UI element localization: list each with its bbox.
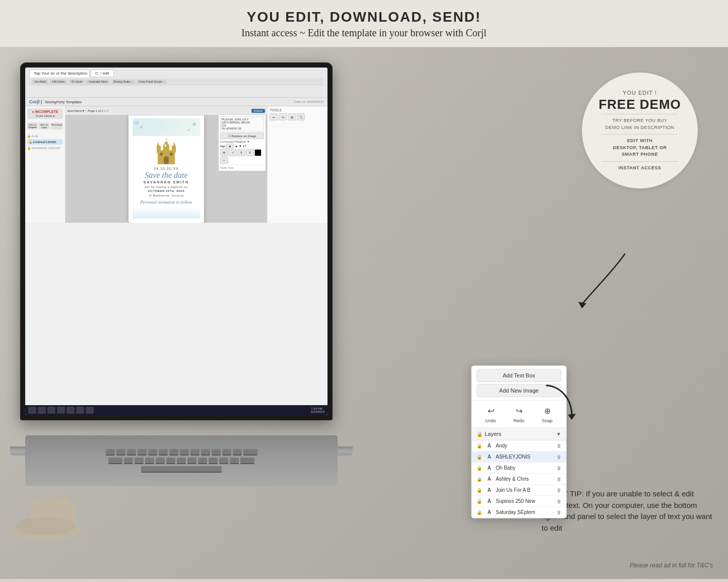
- spacing-btn[interactable]: ↔: [220, 157, 228, 164]
- layer-delete-icon[interactable]: 🗑: [557, 466, 561, 471]
- castle-icon: [154, 138, 179, 165]
- svg-rect-13: [170, 153, 173, 156]
- redo-tool[interactable]: ↪ Redo: [513, 405, 525, 423]
- key-row-3: [141, 466, 222, 473]
- layer-item-ashley-chris[interactable]: 🔒 A Ashley & Chris 🗑: [472, 474, 566, 485]
- bookmark-3[interactable]: Yt: local: [69, 80, 84, 84]
- height-input[interactable]: ■: [226, 144, 234, 149]
- layer-item-ohbaby[interactable]: 🔒 A Oh Baby 🗑: [472, 463, 566, 474]
- layer-delete-icon[interactable]: 🗑: [557, 477, 561, 482]
- online-btn[interactable]: Online: [251, 109, 265, 113]
- inv-date: 24.10.20.XX: [133, 167, 200, 170]
- layer-lock-icon: 🔒: [477, 477, 483, 482]
- arrow-to-panel: [542, 380, 582, 423]
- bookmarks-bar: Hu-Rubi HR Hubs Yt: local Australia Now …: [29, 79, 323, 85]
- key: [135, 458, 144, 464]
- key: [145, 458, 154, 464]
- layer-delete-icon[interactable]: 🗑: [557, 510, 561, 515]
- snap-btn-small[interactable]: ⊕: [288, 113, 296, 120]
- layer-type-a: A: [486, 476, 493, 482]
- layers-chevron-icon[interactable]: ▼: [556, 431, 561, 437]
- italic-btn[interactable]: I: [229, 149, 237, 156]
- layer-delete-icon[interactable]: 🗑: [557, 488, 561, 493]
- taskbar-icon-3[interactable]: [57, 407, 65, 414]
- key: [106, 449, 115, 456]
- layer-type-a: A: [486, 487, 493, 493]
- layer-type-a: A: [486, 498, 493, 504]
- tc-notice-text: Please read ad in full for T&C's: [630, 562, 713, 569]
- taskbar-icon-5[interactable]: [76, 407, 84, 414]
- svg-rect-9: [166, 145, 168, 147]
- color-btn[interactable]: [254, 149, 261, 156]
- size-label: ▲ ▼ 17: [235, 145, 246, 148]
- key: [212, 449, 221, 456]
- download[interactable]: Download: [50, 122, 63, 130]
- layer-delete-icon[interactable]: 🗑: [557, 455, 561, 460]
- taskbar-icon-2[interactable]: [47, 407, 55, 414]
- taskbar-icon-1[interactable]: [38, 407, 46, 414]
- petal-2: [140, 126, 143, 128]
- layer-name-ohbaby: Oh Baby: [496, 465, 554, 471]
- layer-item-andy[interactable]: 🔒 A Andy 🗑: [472, 440, 566, 451]
- layer-type-a: A: [486, 465, 493, 471]
- key: [201, 449, 210, 456]
- hand-silhouette: [5, 461, 116, 541]
- save-copy[interactable]: Save as Copy: [39, 122, 49, 130]
- banner-title: YOU EDIT, DOWNLOAD, SEND!: [10, 9, 718, 25]
- key: [233, 449, 242, 456]
- top-banner: YOU EDIT, DOWNLOAD, SEND! Instant access…: [0, 0, 728, 47]
- layers-title: 🔒 Layers: [477, 431, 501, 437]
- undo-btn-small[interactable]: ↩: [270, 113, 278, 120]
- circle-you-edit: YOU EDIT !: [623, 90, 657, 96]
- layer-selected-mini[interactable]: 🔒 A ASHLEYJONIS: [27, 139, 63, 145]
- taskbar-icon-4[interactable]: [67, 407, 75, 414]
- petal-4: [187, 128, 190, 131]
- laptop-screen-outer: Tap Your Id: or the description: C: / ed…: [20, 62, 333, 420]
- layer-item-saturday[interactable]: 🔒 A Saturday SEptem 🗑: [472, 507, 566, 518]
- taskbar-icon-6[interactable]: [86, 407, 94, 414]
- bookmark-2[interactable]: HR Hubs: [50, 80, 67, 84]
- key: [156, 458, 165, 464]
- layers-lock-icon: 🔒: [477, 431, 483, 437]
- layer-delete-icon[interactable]: 🗑: [557, 499, 561, 504]
- bookmark-4[interactable]: Australia Now: [86, 80, 110, 84]
- undo-label: Undo: [485, 418, 496, 423]
- font-selector[interactable]: Cormorant Regular ▼: [220, 140, 264, 143]
- size-row: Hgt ■ ▲ ▼ 17: [220, 144, 264, 149]
- layer-item-supinos[interactable]: 🔒 A Supinos 250 New 🗑: [472, 496, 566, 507]
- handy-tip-text: HANDY TIP: If you are unable to select &…: [542, 489, 712, 532]
- circle-divider: [602, 114, 678, 114]
- taskbar-start[interactable]: [28, 407, 36, 414]
- align-left-btn[interactable]: ≡: [237, 149, 245, 156]
- layer-lock-icon: 🔒: [477, 488, 483, 493]
- save-orig[interactable]: Save to Original: [27, 122, 38, 130]
- layer-lock-icon: 🔒: [477, 499, 483, 504]
- bold-btn[interactable]: B: [220, 149, 228, 156]
- best-friend-label: best friend ♥: [68, 109, 84, 112]
- zoom-btn[interactable]: 🔍: [297, 113, 305, 120]
- browser-tab-2[interactable]: C: / edit: [91, 70, 114, 77]
- right-panel: Tools ↩ ↪ ⊕ 🔍: [267, 106, 327, 223]
- key: [180, 449, 189, 456]
- layer-item-join-us[interactable]: 🔒 A Join Us For A B 🗑: [472, 485, 566, 496]
- layer-item-ashleyjonis[interactable]: 🔒 A ASHLEYJONIS 🗑: [472, 451, 566, 463]
- inv-script: Save the date: [133, 170, 200, 180]
- layer-delete-icon[interactable]: 🗑: [557, 443, 561, 448]
- browser-tab-active[interactable]: Tap Your Id: or the description:: [29, 70, 90, 77]
- key: [222, 449, 231, 456]
- align-center-btn[interactable]: ≡: [246, 149, 254, 156]
- svg-marker-15: [157, 142, 160, 148]
- bookmark-1[interactable]: Hu-Rubi: [32, 80, 48, 84]
- inv-footer: Personal invitation to follow: [133, 200, 200, 205]
- canvas-area[interactable]: best friend ♥ Page 1 of 1 < > Online: [65, 106, 267, 223]
- arrow-from-badge: [574, 249, 635, 311]
- redo-btn-small[interactable]: ↪: [279, 113, 287, 120]
- laptop: Tap Your Id: or the description: C: / ed…: [10, 62, 363, 526]
- bookmark-5[interactable]: Dining Suits...: [111, 80, 135, 84]
- svg-marker-26: [578, 302, 586, 308]
- bookmark-6[interactable]: Free Foral Script...: [137, 80, 167, 84]
- replace-image-btn[interactable]: ☐ Replace an Image: [220, 133, 264, 139]
- undo-tool[interactable]: ↩ Undo: [485, 405, 497, 423]
- action-buttons: Save to Original Save as Copy Download: [27, 122, 63, 130]
- layer-saturday-mini[interactable]: 🔒 SATURDAY AUGUST: [27, 146, 63, 150]
